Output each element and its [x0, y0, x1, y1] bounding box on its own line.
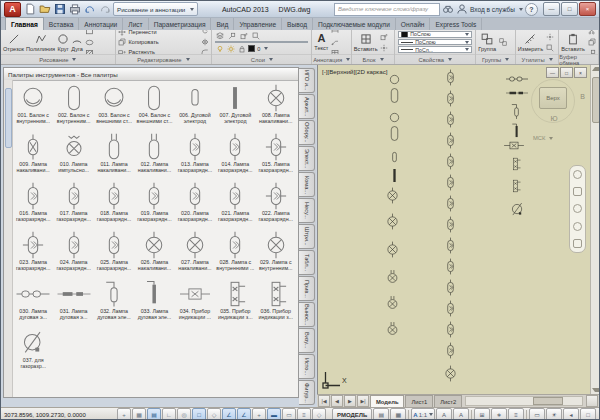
dim-icon[interactable] [330, 30, 339, 36]
copy-button[interactable]: Копировать [118, 38, 199, 47]
layout-tab-Лист2[interactable]: Лист2 [434, 395, 462, 407]
new-file-button[interactable] [23, 3, 36, 16]
palette-item-009[interactable]: 009. Лампа накаливани... [13, 131, 53, 180]
edit-block-icon[interactable] [239, 31, 248, 40]
save-file-button[interactable] [53, 3, 66, 16]
palette-item-004[interactable]: 004. Балон с внешними ст... [134, 82, 174, 131]
ribbon-tab-Главная[interactable]: Главная [5, 17, 44, 30]
palette-item-021[interactable]: 021. Лампа газоразрядн... [215, 180, 255, 229]
palette-scrollbar-thumb[interactable] [5, 88, 12, 148]
prev-layout-button[interactable]: ◀ [331, 395, 343, 407]
insert-block-button[interactable]: Вставить [354, 33, 378, 52]
search-binoculars-icon[interactable] [442, 3, 454, 15]
zoom-icon[interactable] [573, 204, 582, 213]
plot-button[interactable] [68, 3, 81, 16]
palette-item-036[interactable]: 036. Прибор индикации з... [256, 278, 296, 327]
showmotion-icon[interactable] [573, 239, 582, 248]
ribbon-tab-Подключаемые модули[interactable]: Подключаемые модули [313, 18, 396, 30]
palette-item-001[interactable]: 001. Балон с внутренним... [13, 82, 53, 131]
circle-button[interactable]: Круг [57, 33, 69, 52]
palette-item-019[interactable]: 019. Лампа газоразрядн... [134, 180, 174, 229]
status-bar-light-icon[interactable]: ☀ [546, 408, 562, 420]
canvas-vertical-scrollbar[interactable] [590, 65, 599, 394]
panel-footer-block[interactable]: Блок [352, 54, 394, 64]
ribbon-tab-Онлайн[interactable]: Онлайн [396, 18, 431, 30]
palette-item-025[interactable]: 025. Лампа газоразрядн... [94, 229, 134, 278]
scroll-down-icon[interactable] [592, 388, 599, 392]
cut-icon[interactable] [587, 30, 596, 36]
search-input[interactable]: Введите ключевое слово/фразу [334, 3, 440, 16]
line-button[interactable]: Отрезок [3, 33, 24, 52]
palette-tab-9[interactable]: Вынос... [299, 302, 315, 327]
panel-footer-draw[interactable]: Рисование [1, 54, 115, 64]
palette-item-010[interactable]: 010. Лампа импульсно... [53, 131, 93, 180]
palette-item-034[interactable]: 034. Прибор индикации ... [175, 278, 215, 327]
copy-clip-icon[interactable] [587, 38, 596, 47]
palette-item-018[interactable]: 018. Лампа газоразрядн... [94, 180, 134, 229]
palette-item-013[interactable]: 013. Лампа газоразрядн... [175, 131, 215, 180]
annotation-autoscale-icon[interactable]: А [453, 408, 469, 420]
isolate-objects-icon[interactable]: ▭ [529, 408, 545, 420]
palette-item-031[interactable]: 031. Лампа дуговая э... [53, 278, 93, 327]
horizontal-scroll-thumb[interactable] [533, 397, 563, 405]
palette-tab-2[interactable]: Обору... [299, 120, 315, 145]
palette-item-016[interactable]: 016. Лампа газоразрядн... [13, 180, 53, 229]
palette-item-015[interactable]: 015. Лампа газоразрядн... [256, 131, 296, 180]
last-layout-button[interactable]: ▶| [357, 395, 369, 407]
palette-tab-3[interactable]: Элект... [299, 146, 315, 171]
ribbon-tab-Аннотации[interactable]: Аннотации [79, 18, 123, 30]
minimize-button[interactable]: — [543, 2, 560, 16]
ribbon-tab-Вывод[interactable]: Вывод [282, 18, 313, 30]
lineweight-dropdown[interactable]: ПоСлою [398, 39, 472, 46]
edit-block-icon[interactable] [380, 32, 389, 41]
palette-item-007[interactable]: 007. Дуговой электрод [215, 82, 255, 131]
linetype-dropdown[interactable]: ПоСл... [398, 46, 472, 53]
palette-tab-4[interactable]: Кома... [299, 172, 315, 197]
workspace-switching-icon[interactable]: ⊞ [474, 408, 490, 420]
scrollbar-resize-box[interactable] [586, 395, 598, 407]
maximize-button[interactable]: □ [561, 2, 578, 16]
user-icon[interactable] [456, 3, 468, 15]
palette-item-032[interactable]: 032. Лампа дуговая эле... [94, 278, 134, 327]
viewcube[interactable]: С Верх В Ю МСК [525, 73, 583, 169]
palette-tab-6[interactable]: Штри... [299, 224, 315, 249]
palette-scrollbar[interactable] [4, 80, 13, 397]
palette-item-022[interactable]: 022. Лампа газоразрядн... [256, 180, 296, 229]
panel-footer-utils[interactable]: Утилиты [516, 54, 558, 64]
status-tray-arrow[interactable]: ◂ [563, 408, 579, 420]
viewcube-wcs-menu[interactable]: МСК [533, 135, 553, 141]
group-button[interactable]: Группа [478, 33, 496, 52]
dynamic-ucs-toggle[interactable]: ∠ [237, 408, 251, 420]
layout-tab-Модель[interactable]: Модель [370, 395, 404, 407]
leader-icon[interactable] [330, 38, 339, 47]
undo-button[interactable] [83, 3, 96, 16]
ribbon-tab-Express Tools[interactable]: Express Tools [430, 18, 482, 30]
pan-icon[interactable] [573, 187, 582, 196]
text-button[interactable]: А Текст [314, 33, 328, 51]
palette-tab-7[interactable]: Табл... [299, 250, 315, 275]
ungroup-icon[interactable] [498, 38, 507, 47]
rect-tool-icon[interactable] [85, 30, 94, 36]
panel-footer-annotate[interactable]: Аннотация [312, 54, 351, 64]
palette-item-006[interactable]: 006. Дуговой электрод [175, 82, 215, 131]
next-layout-button[interactable]: ▶ [344, 395, 356, 407]
object-snap-tracking-toggle[interactable]: ∠ [222, 408, 236, 420]
help-button[interactable]: ? [525, 3, 538, 16]
quick-view-layouts-icon[interactable]: ▤ [373, 408, 389, 420]
rotate-icon[interactable] [200, 30, 209, 36]
palette-item-037[interactable]: 037. для газоразр... [13, 327, 53, 376]
first-layout-button[interactable]: |◀ [318, 395, 330, 407]
ribbon-tab-Управление[interactable]: Управление [234, 18, 282, 30]
viewport-controls[interactable]: [-][Верхний][2D каркас] [322, 68, 387, 75]
full-navigation-wheel-icon[interactable] [573, 170, 582, 179]
palette-item-026[interactable]: 026. Лампа накаливани... [134, 229, 174, 278]
paste-button[interactable]: Вставить [561, 33, 585, 52]
palette-item-030[interactable]: 030. Лампа дуговая э... [13, 278, 53, 327]
palette-item-024[interactable]: 024. Лампа газоразрядн... [53, 229, 93, 278]
doc-close-button[interactable]: × [574, 67, 587, 78]
id-point-icon[interactable] [380, 43, 389, 52]
ortho-mode-toggle[interactable]: ∟ [162, 408, 176, 420]
ribbon-tab-Лист[interactable]: Лист [123, 18, 148, 30]
dynamic-input-toggle[interactable]: + [252, 408, 266, 420]
palette-item-027[interactable]: 027. Лампа накаливани... [175, 229, 215, 278]
